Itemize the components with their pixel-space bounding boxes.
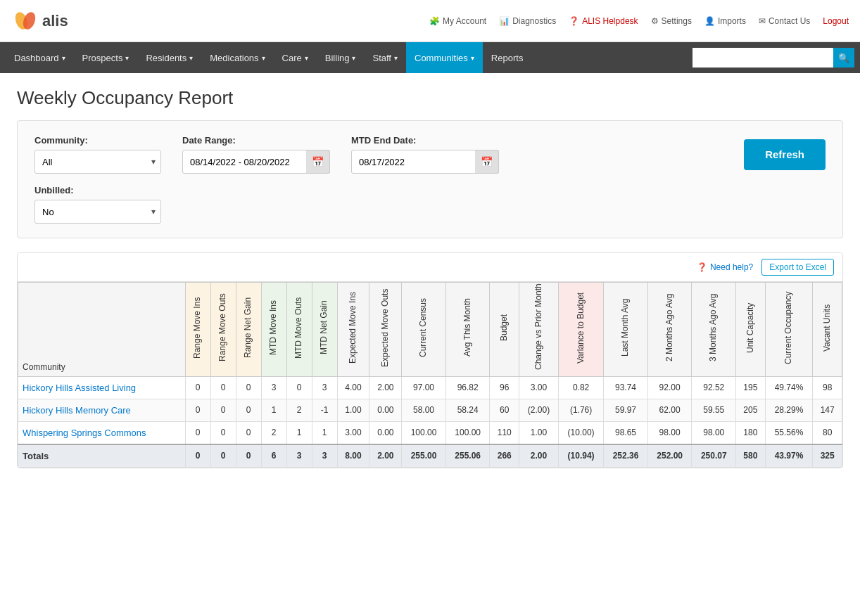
unit-capacity-cell: 180 [736,421,766,444]
helpdesk-link[interactable]: ❓ ALIS Helpdesk [569,16,638,26]
unbilled-filter-group: Unbilled: No Yes ▾ [34,185,161,224]
totals-mtd-move-ins: 6 [261,444,286,468]
chevron-down-icon: ▾ [394,54,398,62]
expected-move-ins-cell: 3.00 [337,421,369,444]
community-cell[interactable]: Hickory Hills Memory Care [18,399,186,421]
date-range-filter-group: Date Range: 📅 [182,135,330,174]
mtd-move-outs-cell: 1 [286,421,312,444]
totals-last-month-avg: 252.36 [604,444,648,468]
contact-us-link[interactable]: ✉ Contact Us [759,16,810,26]
mtd-net-gain-header: MTD Net Gain [312,283,337,377]
nav-prospects[interactable]: Prospects ▾ [74,42,138,73]
community-filter-group: Community: All ▾ [34,135,161,174]
search-input[interactable] [693,48,833,68]
change-vs-prior-month-cell: 3.00 [519,376,559,399]
mtd-move-outs-header: MTD Move Outs [286,283,312,377]
range-move-outs-cell: 0 [210,399,236,421]
report-table-wrap: Community Range Move Ins Range Move Outs… [18,282,842,468]
totals-change-vs-prior-month: 2.00 [519,444,559,468]
budget-cell: 110 [490,421,519,444]
export-to-excel-button[interactable]: Export to Excel [761,259,834,276]
totals-range-net-gain: 0 [236,444,261,468]
variance-to-budget-cell: 0.82 [558,376,603,399]
current-census-header: Current Census [402,283,446,377]
envelope-icon: ✉ [759,16,766,26]
two-months-ago-avg-cell: 62.00 [647,399,692,421]
unbilled-select[interactable]: No Yes [34,200,161,224]
nav-staff[interactable]: Staff ▾ [364,42,406,73]
mtd-end-date-input-wrap: 📅 [351,150,499,174]
question-icon: ❓ [697,262,707,272]
nav-residents[interactable]: Residents ▾ [137,42,201,73]
refresh-button[interactable]: Refresh [744,139,826,170]
logout-link[interactable]: Logout [823,16,849,26]
totals-avg-this-month: 255.06 [445,444,490,468]
last-month-avg-cell: 93.74 [604,376,648,399]
settings-icon: ⚙ [651,16,659,26]
vacant-units-header: Vacant Units [813,283,842,377]
unit-capacity-header: Unit Capacity [736,283,766,377]
community-select-wrap: All ▾ [34,150,161,174]
page-title: Weekly Occupancy Report [17,87,843,109]
community-cell[interactable]: Whispering Springs Commons [18,421,186,444]
table-toolbar: ❓ Need help? Export to Excel [18,253,842,282]
range-move-ins-cell: 0 [185,399,210,421]
mtd-net-gain-cell: -1 [312,399,337,421]
three-months-ago-avg-cell: 92.52 [692,376,736,399]
filter-row-2: Unbilled: No Yes ▾ [34,185,826,224]
avg-this-month-header: Avg This Month [445,283,490,377]
nav-medications[interactable]: Medications ▾ [201,42,273,73]
totals-current-census: 255.00 [402,444,446,468]
avg-this-month-cell: 96.82 [445,376,490,399]
community-cell[interactable]: Hickory Hills Assisted Living [18,376,186,399]
community-label: Community: [34,135,161,146]
nav-billing[interactable]: Billing ▾ [317,42,365,73]
nav-care[interactable]: Care ▾ [274,42,317,73]
range-net-gain-cell: 0 [236,421,261,444]
totals-mtd-move-outs: 3 [286,444,312,468]
table-section: ❓ Need help? Export to Excel Community R… [17,252,843,468]
top-nav-links: 🧩 My Account 📊 Diagnostics ❓ ALIS Helpde… [429,16,849,26]
community-select[interactable]: All [34,150,161,174]
mtd-end-date-label: MTD End Date: [351,135,499,146]
expected-move-outs-cell: 0.00 [369,421,402,444]
mtd-move-ins-cell: 2 [261,421,286,444]
nav-dashboard[interactable]: Dashboard ▾ [6,42,74,73]
totals-current-occupancy: 43.97% [765,444,813,468]
table-row: Whispering Springs Commons 0 0 0 2 1 1 3… [18,421,842,444]
need-help-link[interactable]: ❓ Need help? [697,262,753,272]
calendar-icon[interactable]: 📅 [306,150,330,174]
report-table: Community Range Move Ins Range Move Outs… [18,282,842,468]
search-button[interactable]: 🔍 [833,48,854,68]
unit-capacity-cell: 205 [736,399,766,421]
avg-this-month-cell: 58.24 [445,399,490,421]
last-month-avg-cell: 59.97 [604,399,648,421]
mtd-move-ins-header: MTD Move Ins [261,283,286,377]
calendar-icon[interactable]: 📅 [475,150,499,174]
vacant-units-cell: 147 [813,399,842,421]
search-box: 🔍 [693,48,854,68]
change-vs-prior-month-header: Change vs Prior Month [519,283,559,377]
imports-link[interactable]: 👤 Imports [704,16,746,26]
range-move-ins-header: Range Move Ins [185,283,210,377]
range-net-gain-cell: 0 [236,376,261,399]
my-account-link[interactable]: 🧩 My Account [429,16,486,26]
diagnostics-link[interactable]: 📊 Diagnostics [499,16,556,26]
budget-cell: 96 [490,376,519,399]
logo-area: alis [11,8,68,33]
current-census-cell: 97.00 [402,376,446,399]
range-move-ins-cell: 0 [185,376,210,399]
nav-communities[interactable]: Communities ▾ [406,42,483,73]
two-months-ago-avg-cell: 92.00 [647,376,692,399]
imports-icon: 👤 [704,16,715,26]
settings-link[interactable]: ⚙ Settings [651,16,692,26]
main-nav: Dashboard ▾ Prospects ▾ Residents ▾ Medi… [0,42,860,73]
totals-expected-move-ins: 8.00 [337,444,369,468]
current-occupancy-cell: 55.56% [765,421,813,444]
chevron-down-icon: ▾ [352,54,355,62]
mtd-move-outs-cell: 0 [286,376,312,399]
three-months-ago-avg-header: 3 Months Ago Avg [692,283,736,377]
chevron-down-icon: ▾ [189,54,193,62]
expected-move-ins-cell: 1.00 [337,399,369,421]
nav-reports[interactable]: Reports [483,42,532,73]
